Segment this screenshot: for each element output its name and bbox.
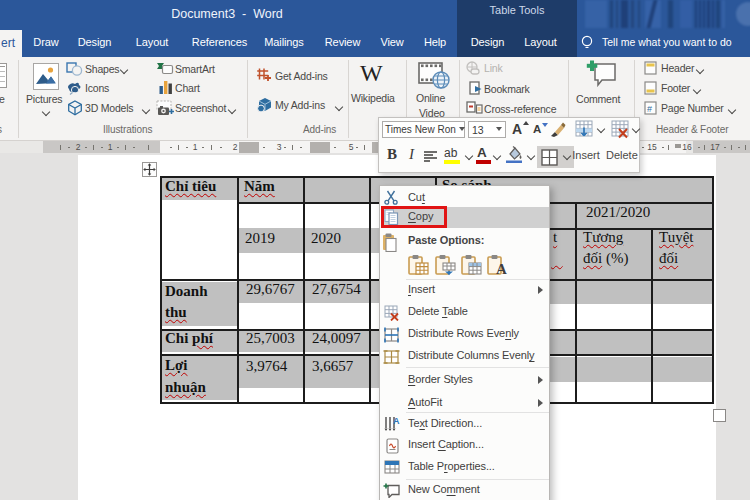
svg-text:A: A	[393, 416, 400, 426]
svg-text:#: #	[647, 104, 652, 114]
svg-text:A: A	[496, 261, 507, 276]
